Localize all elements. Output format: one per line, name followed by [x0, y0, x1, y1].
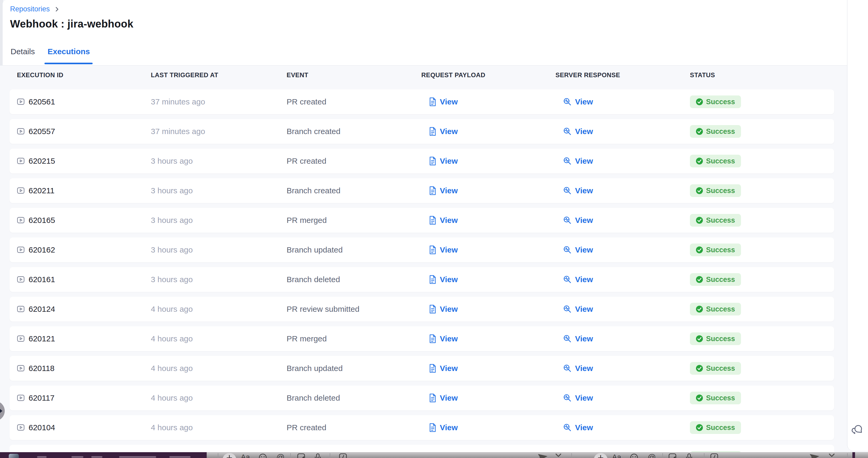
chat-bubbles-icon[interactable] — [851, 422, 864, 436]
execution-play-icon — [17, 246, 25, 254]
emoji-button[interactable] — [630, 453, 638, 458]
event-label: Branch created — [287, 127, 421, 136]
server-response-view-link[interactable]: View — [575, 275, 593, 284]
file-text-icon — [429, 334, 437, 343]
server-response-view-link[interactable]: View — [575, 216, 593, 225]
server-response-view-link[interactable]: View — [575, 393, 593, 402]
execution-id: 620161 — [29, 275, 55, 284]
server-response-view-link[interactable]: View — [575, 334, 593, 343]
server-response-view-link[interactable]: View — [575, 157, 593, 166]
server-response-view-link[interactable]: View — [575, 246, 593, 254]
emoji-button[interactable] — [258, 453, 267, 458]
mic-button[interactable] — [686, 453, 692, 458]
play-arrow-icon — [0, 407, 2, 414]
request-payload-view-link[interactable]: View — [440, 334, 458, 343]
event-label: Branch updated — [287, 246, 421, 254]
request-payload-view-link[interactable]: View — [440, 127, 458, 136]
check-circle-icon — [696, 394, 703, 402]
shortcuts-button[interactable] — [339, 453, 347, 458]
execution-id: 620561 — [29, 97, 55, 106]
execution-id: 620121 — [29, 334, 55, 343]
execution-id: 620162 — [29, 246, 55, 254]
text-smudge — [169, 456, 190, 458]
server-response-view-link[interactable]: View — [575, 305, 593, 314]
server-response-view-link[interactable]: View — [575, 97, 593, 106]
request-payload-view-link[interactable]: View — [440, 393, 458, 402]
last-triggered: 3 hours ago — [151, 186, 287, 195]
plus-button[interactable]: + — [597, 453, 603, 458]
server-response-view-link[interactable]: View — [575, 364, 593, 373]
search-pulse-icon — [563, 334, 572, 343]
chevron-down-icon[interactable] — [829, 453, 835, 457]
status-label: Success — [706, 187, 735, 195]
table-row[interactable]: 620161 3 hours ago Branch deleted View V… — [9, 267, 834, 292]
request-payload-view-link[interactable]: View — [440, 305, 458, 314]
last-triggered: 4 hours ago — [151, 423, 287, 432]
search-pulse-icon — [563, 97, 572, 106]
execution-play-icon — [17, 276, 25, 283]
table-row[interactable]: 620162 3 hours ago Branch updated View V… — [9, 237, 834, 262]
help-rail — [847, 0, 868, 451]
request-payload-view-link[interactable]: View — [440, 97, 458, 106]
last-triggered: 4 hours ago — [151, 305, 287, 314]
image-button[interactable] — [669, 453, 676, 458]
last-triggered: 3 hours ago — [151, 157, 287, 166]
event-label: PR created — [287, 97, 421, 106]
file-text-icon — [429, 393, 437, 402]
table-row[interactable]: 620117 4 hours ago Branch deleted View V… — [9, 386, 834, 411]
request-payload-view-link[interactable]: View — [440, 186, 458, 195]
file-text-icon — [429, 275, 437, 284]
status-label: Success — [706, 246, 735, 254]
request-payload-view-link[interactable]: View — [440, 157, 458, 166]
mic-button[interactable] — [314, 453, 321, 458]
server-response-view-link[interactable]: View — [575, 127, 593, 136]
server-response-view-link[interactable]: View — [575, 423, 593, 432]
request-payload-view-link[interactable]: View — [440, 423, 458, 432]
event-label: PR created — [287, 157, 421, 166]
status-label: Success — [706, 394, 735, 402]
check-circle-icon — [696, 424, 703, 431]
text-format-button[interactable]: Aa — [612, 453, 621, 458]
request-payload-view-link[interactable]: View — [440, 275, 458, 284]
composer-toolbar-strip: +Aa@+Aa@ — [207, 452, 868, 458]
request-payload-view-link[interactable]: View — [440, 246, 458, 254]
send-button[interactable] — [538, 453, 548, 458]
request-payload-view-link[interactable]: View — [440, 364, 458, 373]
table-row[interactable]: 620104 4 hours ago PR created View View … — [9, 415, 834, 440]
text-format-button[interactable]: Aa — [241, 453, 250, 458]
executions-table: 620561 37 minutes ago PR created View Vi… — [0, 0, 868, 458]
file-text-icon — [429, 186, 437, 195]
request-payload-view-link[interactable]: View — [440, 216, 458, 225]
table-row[interactable]: 620215 3 hours ago PR created View View … — [9, 149, 834, 173]
mention-button[interactable]: @ — [648, 453, 656, 458]
table-row[interactable]: 620165 3 hours ago PR merged View View S… — [9, 208, 834, 233]
table-row[interactable]: 620211 3 hours ago Branch created View V… — [9, 178, 834, 203]
chevron-down-icon[interactable] — [555, 453, 562, 457]
server-response-view-link[interactable]: View — [575, 186, 593, 195]
status-badge: Success — [690, 362, 741, 375]
table-row[interactable]: 620124 4 hours ago PR review submitted V… — [9, 297, 834, 322]
check-circle-icon — [696, 276, 703, 283]
mention-button[interactable]: @ — [276, 453, 284, 458]
table-row[interactable]: 620561 37 minutes ago PR created View Vi… — [9, 89, 834, 114]
status-badge: Success — [690, 155, 741, 167]
image-button[interactable] — [297, 453, 305, 458]
status-badge: Success — [690, 421, 741, 434]
table-row[interactable]: 620121 4 hours ago PR merged View View S… — [9, 326, 834, 351]
plus-button[interactable]: + — [226, 453, 232, 458]
check-circle-icon — [696, 98, 703, 105]
search-pulse-icon — [563, 157, 572, 166]
execution-play-icon — [17, 128, 25, 135]
toolbar-separator — [218, 453, 218, 458]
shortcuts-button[interactable] — [710, 453, 718, 458]
last-triggered: 3 hours ago — [151, 246, 287, 254]
status-badge: Success — [690, 214, 741, 227]
execution-play-icon — [17, 394, 25, 402]
execution-play-icon — [17, 365, 25, 372]
table-row[interactable]: 620557 37 minutes ago Branch created Vie… — [9, 119, 834, 144]
toolbar-separator — [704, 453, 705, 458]
send-button[interactable] — [810, 453, 820, 458]
check-circle-icon — [696, 305, 703, 313]
status-badge: Success — [690, 125, 741, 138]
table-row[interactable]: 620118 4 hours ago Branch updated View V… — [9, 356, 834, 381]
